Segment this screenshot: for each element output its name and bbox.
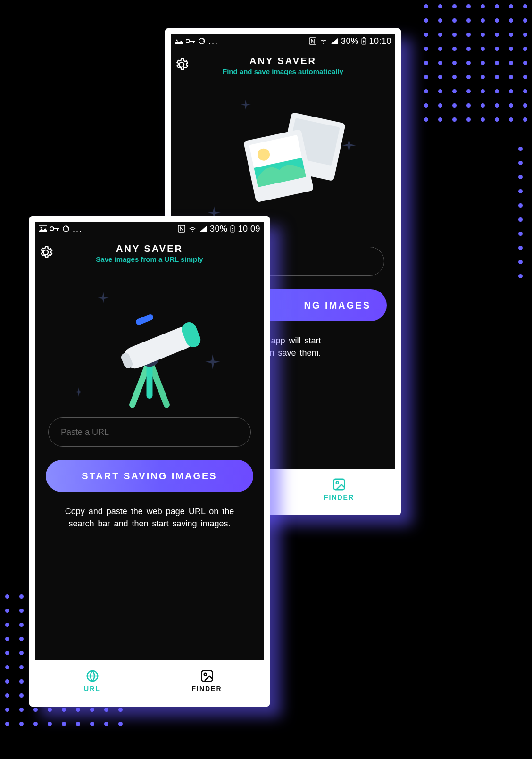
battery-charging-icon [361, 37, 366, 45]
help-text: Copy and paste the web page URL on the s… [65, 505, 234, 530]
svg-marker-31 [232, 227, 233, 232]
app-title: ANY SAVER [175, 56, 391, 67]
svg-point-22 [50, 227, 54, 231]
clock-text: 10:10 [369, 36, 391, 46]
photo-icon [39, 225, 47, 232]
svg-rect-38 [201, 671, 212, 682]
gear-icon[interactable] [175, 58, 189, 72]
app-title: ANY SAVER [39, 243, 260, 254]
tab-finder[interactable]: FINDER [150, 660, 264, 701]
globe-icon [85, 669, 100, 683]
svg-rect-24 [57, 228, 58, 231]
app-header: ANY SAVER Find and save images automatic… [171, 48, 395, 83]
start-saving-button[interactable]: START SAVING IMAGES [46, 460, 253, 492]
nfc-icon [178, 225, 185, 233]
svg-marker-8 [331, 38, 338, 44]
signal-icon [331, 38, 338, 44]
svg-point-2 [186, 39, 190, 43]
battery-text: 30% [341, 36, 359, 46]
svg-rect-3 [190, 41, 195, 42]
url-input[interactable]: Paste a URL [48, 417, 251, 447]
svg-point-1 [176, 40, 178, 41]
decorative-dots-top [419, 0, 532, 126]
battery-charging-icon [230, 225, 235, 233]
tab-finder[interactable]: FINDER [283, 469, 395, 509]
svg-point-39 [204, 673, 206, 676]
key-icon [50, 226, 59, 232]
tab-url[interactable]: URL [35, 660, 150, 701]
status-bar: ... 30% 10:09 [35, 222, 264, 236]
sync-icon [198, 37, 206, 45]
more-icon: ... [73, 224, 83, 234]
svg-marker-28 [200, 225, 207, 232]
status-bar: ... 30% 10:10 [171, 34, 395, 48]
gear-icon[interactable] [39, 245, 53, 259]
app-subtitle: Save images from a URL simply [39, 255, 260, 263]
svg-rect-30 [232, 225, 233, 226]
svg-point-21 [41, 227, 42, 229]
tab-bar: URL FINDER [35, 660, 264, 701]
svg-rect-23 [54, 228, 59, 229]
svg-rect-4 [193, 41, 194, 43]
illustration-photos [208, 96, 358, 228]
sync-icon [62, 225, 70, 233]
app-header: ANY SAVER Save images from a URL simply [35, 236, 264, 271]
key-icon [186, 38, 195, 44]
svg-point-19 [336, 482, 339, 484]
app-subtitle: Find and save images automatically [175, 67, 391, 75]
clock-text: 10:09 [238, 224, 260, 234]
illustration-telescope [74, 284, 225, 416]
nfc-icon [309, 37, 316, 45]
svg-rect-10 [363, 37, 365, 38]
svg-rect-32 [135, 313, 154, 326]
picture-icon [200, 669, 214, 683]
wifi-icon [188, 225, 197, 232]
wifi-icon [319, 38, 328, 44]
decorative-dots-right [513, 142, 532, 283]
signal-icon [200, 225, 207, 232]
svg-marker-11 [363, 39, 365, 44]
battery-text: 30% [210, 224, 228, 234]
picture-icon [332, 477, 346, 492]
phone-mockup-front: ... 30% 10:09 ANY SAVER Save images from… [29, 216, 270, 707]
svg-rect-18 [334, 479, 345, 490]
more-icon: ... [208, 36, 218, 46]
photo-icon [175, 38, 183, 44]
